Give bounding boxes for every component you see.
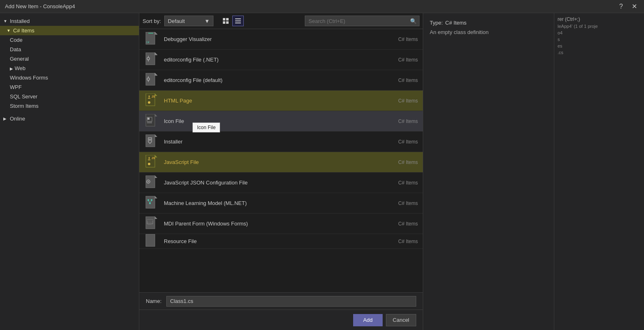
search-button[interactable]: 🔍: [408, 16, 419, 26]
editorconfig-dotnet-icon: [144, 52, 159, 67]
sidebar-online-label: Online: [10, 116, 25, 122]
editorconfig-dotnet-name: editorconfig File (.NET): [164, 57, 385, 63]
installer-icon: [144, 134, 159, 149]
svg-rect-1: [226, 18, 229, 20]
toolbar: Sort by: Default ▼: [139, 13, 423, 29]
sidebar-item-general-label: General: [10, 56, 29, 62]
right-panel: Type: C# Items An empty class definition: [423, 13, 554, 330]
title-bar-controls: ? ✕: [616, 2, 639, 11]
svg-marker-23: [155, 93, 157, 96]
sidebar-citems-label: C# Items: [13, 27, 34, 34]
list-container: C# Debugger Visualizer C# Items: [139, 29, 423, 292]
installer-name: Installer: [164, 139, 385, 145]
help-button[interactable]: ?: [616, 2, 626, 11]
cancel-button[interactable]: Cancel: [386, 314, 416, 326]
sidebar-item-web[interactable]: ▶ Web: [0, 64, 139, 73]
ext-line-6: .cs: [558, 50, 641, 55]
sidebar-item-web-label: Web: [15, 65, 26, 71]
mdi-parent-icon: [144, 216, 159, 231]
javascript-file-category: C# Items: [385, 159, 418, 165]
svg-point-52: [149, 203, 151, 204]
editorconfig-default-icon: [144, 73, 159, 88]
list-item-javascript-json[interactable]: JavaScript JSON Configuration File C# It…: [139, 173, 423, 193]
svg-rect-44: [146, 175, 155, 188]
add-button[interactable]: Add: [353, 314, 382, 326]
svg-point-24: [148, 101, 150, 104]
svg-marker-13: [155, 52, 157, 55]
svg-marker-49: [155, 196, 157, 198]
ext-line-4: s: [558, 37, 641, 42]
sidebar-item-windows-forms-label: Windows Forms: [10, 75, 48, 81]
list-item-mdi-parent[interactable]: MDI Parent Form (Windows Forms) C# Items: [139, 214, 423, 234]
list-item-ml-model[interactable]: Machine Learning Model (ML.NET) C# Items: [139, 193, 423, 214]
list-item-javascript-file[interactable]: JS JavaScript File C# Items: [139, 152, 423, 173]
svg-rect-6: [235, 23, 241, 23]
sidebar-installed-header[interactable]: ▼ Installed: [0, 16, 139, 26]
svg-rect-4: [235, 18, 241, 19]
ext-line-5: es: [558, 43, 641, 48]
mdi-parent-name: MDI Parent Form (Windows Forms): [164, 221, 385, 227]
sidebar-item-windows-forms[interactable]: Windows Forms: [0, 73, 139, 82]
search-box: 🔍: [305, 16, 420, 26]
sort-chevron-icon: ▼: [204, 18, 210, 24]
sidebar-item-wpf[interactable]: WPF: [0, 82, 139, 92]
svg-text:JS: JS: [152, 95, 155, 98]
close-button[interactable]: ✕: [629, 2, 639, 11]
ml-model-name: Machine Learning Model (ML.NET): [164, 200, 385, 206]
svg-rect-2: [223, 21, 225, 24]
sidebar-citems-header[interactable]: ▼ C# Items: [0, 26, 139, 35]
debugger-visualizer-name: Debugger Visualizer: [164, 36, 385, 42]
svg-rect-31: [147, 118, 150, 120]
title-bar: Add New Item - ConsoleApp4 ? ✕: [0, 0, 644, 13]
svg-marker-29: [155, 114, 157, 116]
search-input[interactable]: [305, 18, 408, 24]
list-item-installer[interactable]: Installer C# Items: [139, 132, 423, 152]
list-item-resource-file[interactable]: Resource File C# Items: [139, 234, 423, 249]
javascript-json-icon: [144, 175, 159, 190]
sidebar-item-sql-server[interactable]: SQL Server: [0, 92, 139, 101]
html-page-name: HTML Page: [164, 98, 385, 104]
javascript-file-icon: JS: [144, 155, 159, 170]
debugger-visualizer-icon: C#: [144, 32, 159, 47]
sort-dropdown[interactable]: Default ▼: [164, 16, 213, 26]
sort-value: Default: [168, 18, 185, 24]
list-item-debugger-visualizer[interactable]: C# Debugger Visualizer C# Items: [139, 29, 423, 50]
list-item-editorconfig-default[interactable]: editorconfig File (default) C# Items: [139, 70, 423, 91]
view-toggle: [220, 16, 244, 26]
type-key: Type:: [430, 20, 443, 26]
svg-rect-10: [148, 33, 153, 34]
svg-rect-60: [146, 234, 155, 246]
ml-model-category: C# Items: [385, 200, 418, 206]
list-item-html-page[interactable]: JS HTML Page C# Items: [139, 91, 423, 111]
svg-point-47: [148, 181, 149, 182]
name-input[interactable]: [166, 296, 416, 307]
icon-file-icon: [144, 114, 159, 129]
type-row: Type: C# Items: [430, 20, 547, 26]
svg-rect-0: [223, 18, 225, 20]
svg-marker-56: [155, 216, 157, 219]
grid-view-button[interactable]: [220, 16, 231, 26]
svg-rect-3: [226, 21, 229, 24]
content-area: Sort by: Default ▼: [139, 13, 423, 330]
list-item-editorconfig-dotnet[interactable]: editorconfig File (.NET) C# Items: [139, 50, 423, 70]
web-chevron: ▶: [10, 66, 13, 71]
sidebar-item-code[interactable]: Code: [0, 35, 139, 45]
sidebar-item-general[interactable]: General: [0, 54, 139, 64]
sidebar-item-wpf-label: WPF: [10, 84, 22, 90]
sort-label: Sort by:: [143, 18, 161, 24]
svg-point-40: [148, 163, 150, 165]
editorconfig-dotnet-category: C# Items: [385, 57, 418, 63]
list-view-button[interactable]: [232, 16, 244, 26]
sidebar-item-storm-items[interactable]: Storm Items: [0, 101, 139, 111]
svg-marker-35: [155, 134, 157, 137]
sidebar-item-data[interactable]: Data: [0, 45, 139, 54]
bottom-bar: Add Cancel: [139, 310, 423, 330]
sidebar-online-header[interactable]: ▶ Online: [0, 114, 139, 123]
editorconfig-default-name: editorconfig File (default): [164, 77, 385, 83]
list-item-icon-file[interactable]: Icon File C# Items Icon File: [139, 111, 423, 132]
svg-rect-34: [146, 134, 155, 147]
mdi-parent-category: C# Items: [385, 221, 418, 227]
javascript-json-name: JavaScript JSON Configuration File: [164, 180, 385, 186]
ext-line-3: o4: [558, 30, 641, 35]
svg-marker-18: [155, 73, 157, 75]
